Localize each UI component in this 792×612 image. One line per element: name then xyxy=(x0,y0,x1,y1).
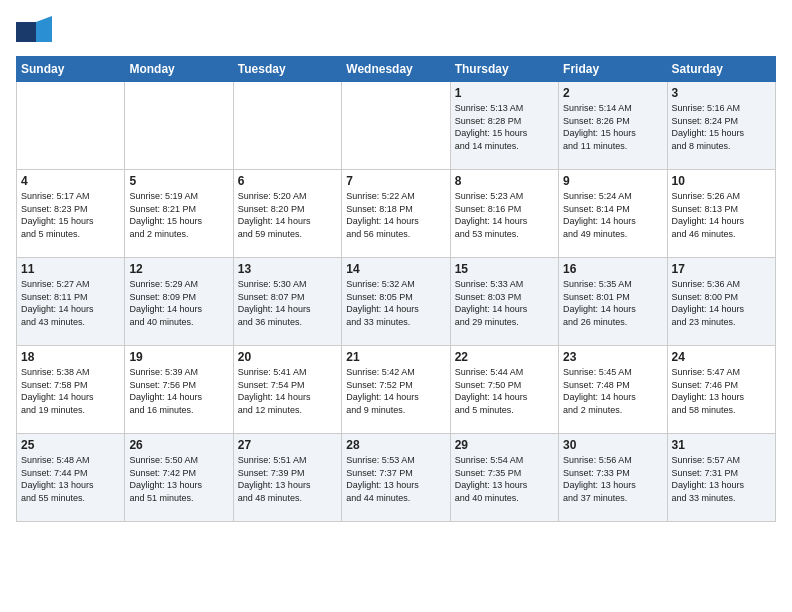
day-info: Sunrise: 5:45 AM Sunset: 7:48 PM Dayligh… xyxy=(563,366,662,416)
day-number: 20 xyxy=(238,350,337,364)
calendar-cell: 10Sunrise: 5:26 AM Sunset: 8:13 PM Dayli… xyxy=(667,170,775,258)
day-info: Sunrise: 5:36 AM Sunset: 8:00 PM Dayligh… xyxy=(672,278,771,328)
day-info: Sunrise: 5:17 AM Sunset: 8:23 PM Dayligh… xyxy=(21,190,120,240)
logo-icon xyxy=(16,16,48,44)
day-info: Sunrise: 5:14 AM Sunset: 8:26 PM Dayligh… xyxy=(563,102,662,152)
day-info: Sunrise: 5:48 AM Sunset: 7:44 PM Dayligh… xyxy=(21,454,120,504)
weekday-header-thursday: Thursday xyxy=(450,57,558,82)
calendar-cell: 7Sunrise: 5:22 AM Sunset: 8:18 PM Daylig… xyxy=(342,170,450,258)
calendar-cell: 24Sunrise: 5:47 AM Sunset: 7:46 PM Dayli… xyxy=(667,346,775,434)
calendar-cell: 29Sunrise: 5:54 AM Sunset: 7:35 PM Dayli… xyxy=(450,434,558,522)
day-info: Sunrise: 5:53 AM Sunset: 7:37 PM Dayligh… xyxy=(346,454,445,504)
calendar-cell: 12Sunrise: 5:29 AM Sunset: 8:09 PM Dayli… xyxy=(125,258,233,346)
weekday-header-wednesday: Wednesday xyxy=(342,57,450,82)
day-number: 11 xyxy=(21,262,120,276)
day-info: Sunrise: 5:42 AM Sunset: 7:52 PM Dayligh… xyxy=(346,366,445,416)
day-info: Sunrise: 5:13 AM Sunset: 8:28 PM Dayligh… xyxy=(455,102,554,152)
day-info: Sunrise: 5:35 AM Sunset: 8:01 PM Dayligh… xyxy=(563,278,662,328)
calendar-cell: 17Sunrise: 5:36 AM Sunset: 8:00 PM Dayli… xyxy=(667,258,775,346)
day-number: 28 xyxy=(346,438,445,452)
day-number: 1 xyxy=(455,86,554,100)
day-number: 7 xyxy=(346,174,445,188)
day-number: 13 xyxy=(238,262,337,276)
day-number: 24 xyxy=(672,350,771,364)
day-info: Sunrise: 5:32 AM Sunset: 8:05 PM Dayligh… xyxy=(346,278,445,328)
day-info: Sunrise: 5:23 AM Sunset: 8:16 PM Dayligh… xyxy=(455,190,554,240)
day-number: 29 xyxy=(455,438,554,452)
calendar-cell: 26Sunrise: 5:50 AM Sunset: 7:42 PM Dayli… xyxy=(125,434,233,522)
calendar-cell xyxy=(125,82,233,170)
day-info: Sunrise: 5:27 AM Sunset: 8:11 PM Dayligh… xyxy=(21,278,120,328)
weekday-header-friday: Friday xyxy=(559,57,667,82)
calendar-cell: 22Sunrise: 5:44 AM Sunset: 7:50 PM Dayli… xyxy=(450,346,558,434)
day-info: Sunrise: 5:41 AM Sunset: 7:54 PM Dayligh… xyxy=(238,366,337,416)
day-info: Sunrise: 5:33 AM Sunset: 8:03 PM Dayligh… xyxy=(455,278,554,328)
svg-marker-1 xyxy=(36,16,52,42)
calendar-cell: 18Sunrise: 5:38 AM Sunset: 7:58 PM Dayli… xyxy=(17,346,125,434)
day-number: 10 xyxy=(672,174,771,188)
calendar-cell: 28Sunrise: 5:53 AM Sunset: 7:37 PM Dayli… xyxy=(342,434,450,522)
day-number: 23 xyxy=(563,350,662,364)
calendar-cell: 2Sunrise: 5:14 AM Sunset: 8:26 PM Daylig… xyxy=(559,82,667,170)
day-info: Sunrise: 5:50 AM Sunset: 7:42 PM Dayligh… xyxy=(129,454,228,504)
day-info: Sunrise: 5:26 AM Sunset: 8:13 PM Dayligh… xyxy=(672,190,771,240)
calendar-cell: 20Sunrise: 5:41 AM Sunset: 7:54 PM Dayli… xyxy=(233,346,341,434)
weekday-header-saturday: Saturday xyxy=(667,57,775,82)
day-number: 26 xyxy=(129,438,228,452)
weekday-header-monday: Monday xyxy=(125,57,233,82)
page-header xyxy=(16,16,776,44)
calendar-cell: 27Sunrise: 5:51 AM Sunset: 7:39 PM Dayli… xyxy=(233,434,341,522)
calendar-cell: 6Sunrise: 5:20 AM Sunset: 8:20 PM Daylig… xyxy=(233,170,341,258)
calendar-cell: 13Sunrise: 5:30 AM Sunset: 8:07 PM Dayli… xyxy=(233,258,341,346)
day-number: 27 xyxy=(238,438,337,452)
day-number: 25 xyxy=(21,438,120,452)
day-number: 9 xyxy=(563,174,662,188)
day-info: Sunrise: 5:22 AM Sunset: 8:18 PM Dayligh… xyxy=(346,190,445,240)
day-info: Sunrise: 5:57 AM Sunset: 7:31 PM Dayligh… xyxy=(672,454,771,504)
calendar-cell: 30Sunrise: 5:56 AM Sunset: 7:33 PM Dayli… xyxy=(559,434,667,522)
calendar-cell xyxy=(342,82,450,170)
day-number: 31 xyxy=(672,438,771,452)
day-info: Sunrise: 5:54 AM Sunset: 7:35 PM Dayligh… xyxy=(455,454,554,504)
day-number: 4 xyxy=(21,174,120,188)
calendar-cell: 25Sunrise: 5:48 AM Sunset: 7:44 PM Dayli… xyxy=(17,434,125,522)
day-number: 15 xyxy=(455,262,554,276)
day-number: 12 xyxy=(129,262,228,276)
day-number: 18 xyxy=(21,350,120,364)
day-info: Sunrise: 5:47 AM Sunset: 7:46 PM Dayligh… xyxy=(672,366,771,416)
day-number: 2 xyxy=(563,86,662,100)
day-number: 16 xyxy=(563,262,662,276)
calendar-cell: 9Sunrise: 5:24 AM Sunset: 8:14 PM Daylig… xyxy=(559,170,667,258)
day-number: 22 xyxy=(455,350,554,364)
day-info: Sunrise: 5:39 AM Sunset: 7:56 PM Dayligh… xyxy=(129,366,228,416)
day-info: Sunrise: 5:56 AM Sunset: 7:33 PM Dayligh… xyxy=(563,454,662,504)
day-number: 8 xyxy=(455,174,554,188)
calendar-cell: 23Sunrise: 5:45 AM Sunset: 7:48 PM Dayli… xyxy=(559,346,667,434)
day-number: 6 xyxy=(238,174,337,188)
calendar-cell xyxy=(233,82,341,170)
day-number: 17 xyxy=(672,262,771,276)
logo xyxy=(16,16,50,44)
calendar-cell: 4Sunrise: 5:17 AM Sunset: 8:23 PM Daylig… xyxy=(17,170,125,258)
calendar-cell: 5Sunrise: 5:19 AM Sunset: 8:21 PM Daylig… xyxy=(125,170,233,258)
calendar-cell: 31Sunrise: 5:57 AM Sunset: 7:31 PM Dayli… xyxy=(667,434,775,522)
day-info: Sunrise: 5:30 AM Sunset: 8:07 PM Dayligh… xyxy=(238,278,337,328)
weekday-header-tuesday: Tuesday xyxy=(233,57,341,82)
day-info: Sunrise: 5:16 AM Sunset: 8:24 PM Dayligh… xyxy=(672,102,771,152)
day-number: 21 xyxy=(346,350,445,364)
calendar-cell: 15Sunrise: 5:33 AM Sunset: 8:03 PM Dayli… xyxy=(450,258,558,346)
day-info: Sunrise: 5:29 AM Sunset: 8:09 PM Dayligh… xyxy=(129,278,228,328)
calendar-cell: 19Sunrise: 5:39 AM Sunset: 7:56 PM Dayli… xyxy=(125,346,233,434)
svg-rect-0 xyxy=(16,22,36,42)
day-info: Sunrise: 5:19 AM Sunset: 8:21 PM Dayligh… xyxy=(129,190,228,240)
day-info: Sunrise: 5:51 AM Sunset: 7:39 PM Dayligh… xyxy=(238,454,337,504)
calendar-table: SundayMondayTuesdayWednesdayThursdayFrid… xyxy=(16,56,776,522)
calendar-cell: 16Sunrise: 5:35 AM Sunset: 8:01 PM Dayli… xyxy=(559,258,667,346)
calendar-cell: 21Sunrise: 5:42 AM Sunset: 7:52 PM Dayli… xyxy=(342,346,450,434)
weekday-header-sunday: Sunday xyxy=(17,57,125,82)
day-number: 30 xyxy=(563,438,662,452)
day-info: Sunrise: 5:24 AM Sunset: 8:14 PM Dayligh… xyxy=(563,190,662,240)
day-info: Sunrise: 5:38 AM Sunset: 7:58 PM Dayligh… xyxy=(21,366,120,416)
day-number: 5 xyxy=(129,174,228,188)
day-info: Sunrise: 5:44 AM Sunset: 7:50 PM Dayligh… xyxy=(455,366,554,416)
